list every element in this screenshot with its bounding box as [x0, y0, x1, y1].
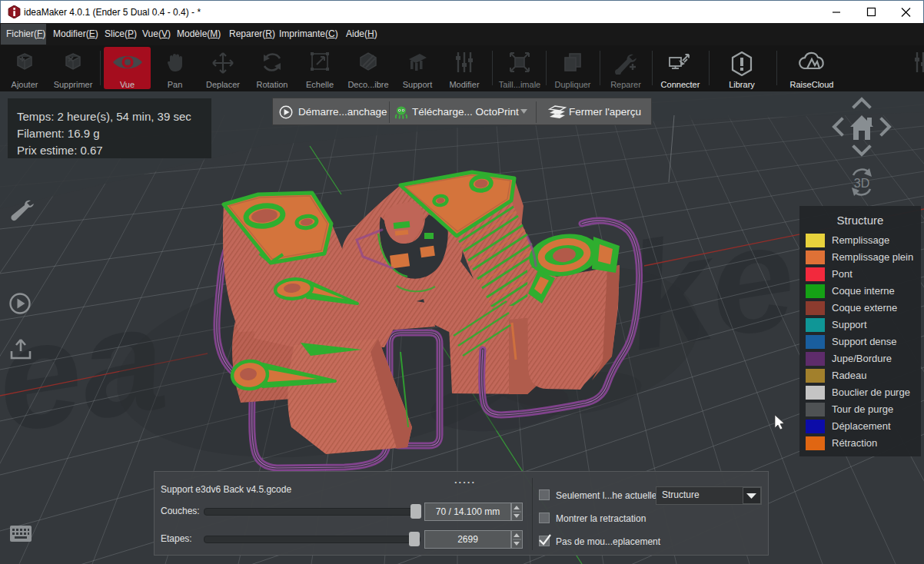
svg-text:3D: 3D [854, 177, 869, 190]
